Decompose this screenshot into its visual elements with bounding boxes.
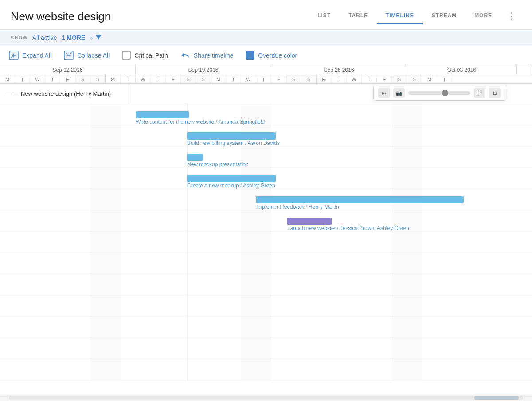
- tab-list[interactable]: LIST: [309, 9, 340, 24]
- empty-row-5: [0, 317, 532, 338]
- task-label-4: Create a new mockup / Ashley Green: [187, 183, 275, 189]
- task-row-4: Create a new mockup / Ashley Green: [0, 168, 532, 189]
- weekend-bg-2c: [392, 125, 422, 146]
- weekend-bg-1a: [90, 104, 121, 125]
- day-labels-row: M T W T F S S M T W T F S S M: [0, 75, 532, 83]
- weekend-bg-e2a: [90, 253, 121, 274]
- project-collapse-icon[interactable]: —: [5, 91, 11, 97]
- video-rewind-button[interactable]: ⏮: [378, 88, 390, 98]
- task-label-5: Implement feedback / Henry Martin: [256, 204, 339, 210]
- week-sep12: Sep 12 2016: [0, 65, 136, 75]
- video-expand-button[interactable]: ⛶: [474, 88, 485, 98]
- day-S1: S: [75, 75, 90, 83]
- critical-path-button[interactable]: Critical Path: [122, 51, 168, 60]
- day-W3: W: [241, 75, 256, 83]
- empty-row-4: [0, 296, 532, 317]
- collapse-all-button[interactable]: Collapse All: [64, 51, 110, 60]
- weekend-bg-e7a: [90, 359, 121, 380]
- task-bar-1[interactable]: [136, 111, 189, 118]
- day-T8: T: [362, 75, 377, 83]
- expand-all-button[interactable]: Expand All: [9, 51, 51, 60]
- toolbar: Expand All Collapse All Critical Path Sh…: [0, 46, 532, 65]
- weekend-bg-e4b: [241, 296, 271, 316]
- calendar-header: Sep 12 2016 Sep 19 2016 Sep 26 2016 Oct …: [0, 65, 532, 84]
- task-row-5: Implement feedback / Henry Martin: [0, 189, 532, 210]
- tab-table[interactable]: TABLE: [340, 9, 377, 24]
- day-S6: S: [301, 75, 317, 83]
- video-progress-track: [408, 91, 470, 95]
- project-title: New websire design (Henry Martin): [21, 90, 111, 97]
- day-T3: T: [121, 75, 136, 83]
- weekend-bg-e3a: [90, 274, 121, 295]
- task-bar-4[interactable]: [187, 175, 276, 182]
- day-M2: M: [106, 75, 121, 83]
- overdue-color-swatch: [246, 51, 254, 60]
- day-T5: T: [226, 75, 241, 83]
- share-timeline-label: Share timeline: [194, 52, 234, 59]
- weekend-bg-e1c: [392, 232, 422, 253]
- critical-path-label: Critical Path: [134, 52, 168, 59]
- task-bar-2[interactable]: [187, 132, 276, 140]
- empty-row-2: [0, 253, 532, 274]
- scrollbar-thumb[interactable]: [474, 396, 519, 400]
- day-T6: T: [256, 75, 271, 83]
- task-bar-3[interactable]: [187, 154, 203, 161]
- share-timeline-button[interactable]: Share timeline: [180, 51, 234, 59]
- overdue-color-button[interactable]: Overdue color: [246, 51, 297, 60]
- tab-timeline[interactable]: TIMELINE: [377, 9, 423, 24]
- task-row-2: Build new billing system / Aaron Davids: [0, 125, 532, 147]
- expand-all-icon: [9, 51, 19, 60]
- scrollbar-track[interactable]: [9, 396, 523, 400]
- video-camera-button[interactable]: 📷: [393, 88, 405, 98]
- task-row-6: Launch new website / Jessica Brown, Ashl…: [0, 210, 532, 232]
- tab-stream[interactable]: STREAM: [423, 9, 466, 24]
- empty-row-7: [0, 359, 532, 381]
- horizontal-scrollbar[interactable]: [0, 394, 532, 401]
- more-menu-button[interactable]: ⋮: [501, 8, 521, 25]
- week-extra: [517, 65, 532, 75]
- filter-all-active[interactable]: All active: [32, 34, 57, 41]
- weekend-bg-3a: [90, 147, 121, 167]
- day-W2: W: [136, 75, 151, 83]
- weekend-bg-e5b: [241, 317, 271, 338]
- weekend-bg-e4c: [392, 296, 422, 316]
- day-M4: M: [317, 75, 332, 83]
- collapse-all-icon: [64, 51, 74, 60]
- weekend-bg-e1a: [90, 232, 121, 253]
- task-label-2: Build new billing system / Aaron Davids: [187, 140, 280, 146]
- weekend-bg-e2b: [241, 253, 271, 274]
- weekend-bg-e6b: [241, 338, 271, 359]
- weekend-bg-e5a: [90, 317, 121, 338]
- empty-row-1: [0, 232, 532, 253]
- day-F2: F: [166, 75, 181, 83]
- task-label-6: Launch new website / Jessica Brown, Ashl…: [287, 225, 409, 231]
- tab-more[interactable]: MORE: [466, 9, 501, 24]
- filter-more[interactable]: 1 MORE: [62, 34, 86, 41]
- share-icon: [180, 51, 190, 59]
- funnel-icon[interactable]: [95, 34, 102, 41]
- weekend-bg-3c: [392, 147, 422, 167]
- video-progress-thumb[interactable]: [442, 90, 448, 96]
- weekend-bg-6b: [241, 210, 271, 231]
- video-controls-overlay: ⏮ 📷 ⛶ ⊡: [373, 86, 505, 101]
- task-label-3: New mockup presentation: [187, 161, 249, 167]
- filter-funnel-icon[interactable]: ⬦: [90, 34, 93, 41]
- project-dash: —: [13, 90, 19, 97]
- video-fullscreen-button[interactable]: ⊡: [489, 88, 501, 98]
- day-W4: W: [347, 75, 362, 83]
- day-T4: T: [151, 75, 166, 83]
- filter-bar: SHOW All active 1 MORE ⬦: [0, 30, 532, 46]
- week-sep26: Sep 26 2016: [271, 65, 407, 75]
- day-F3: F: [271, 75, 286, 83]
- day-F4: F: [377, 75, 392, 83]
- day-M5: M: [422, 75, 437, 83]
- day-S7: S: [392, 75, 407, 83]
- weekend-bg-e6a: [90, 338, 121, 359]
- week-labels-row: Sep 12 2016 Sep 19 2016 Sep 26 2016 Oct …: [0, 65, 532, 75]
- task-bar-5[interactable]: [256, 196, 464, 203]
- day-S8: S: [407, 75, 422, 83]
- task-bar-6[interactable]: [287, 218, 332, 225]
- week-oct03: Oct 03 2016: [407, 65, 517, 75]
- day-M3: M: [211, 75, 226, 83]
- day-T2: T: [45, 75, 60, 83]
